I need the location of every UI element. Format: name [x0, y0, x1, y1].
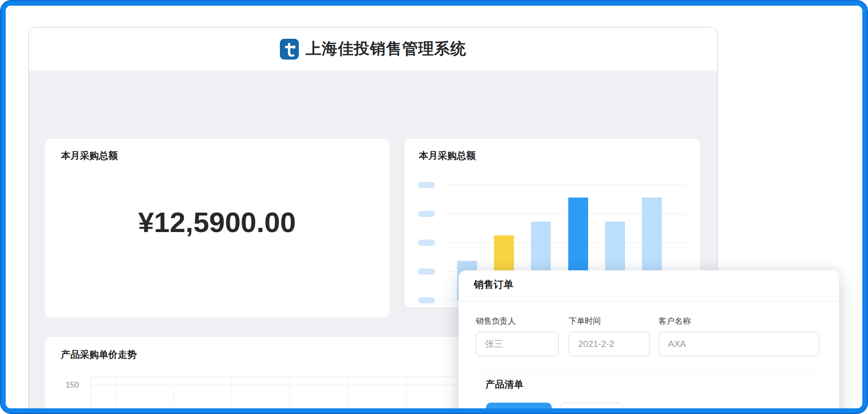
app-title: 上海佳投销售管理系统: [306, 38, 467, 60]
field-order-time: 下单时间: [569, 316, 650, 356]
field-customer-name: 客户名称: [659, 316, 819, 356]
sales-order-card: 销售订单 销售负责人 下单时间 客户名称 产品清单: [459, 270, 839, 414]
field-sales-person: 销售负责人: [476, 316, 559, 356]
app-screenshot: 上海佳投销售管理系统 本月采购总额 ¥12,5900.00 本月采购总额 产品采…: [0, 0, 868, 414]
product-list-primary-button[interactable]: [486, 403, 552, 414]
gridline: [445, 185, 687, 185]
app-logo-icon: [280, 39, 299, 60]
sales-person-input[interactable]: [476, 332, 559, 356]
order-time-input[interactable]: [569, 332, 650, 356]
sales-order-title: 销售订单: [474, 278, 513, 291]
product-list-title: 产品清单: [486, 378, 523, 391]
divider: [459, 301, 839, 302]
y-axis-pill: [418, 211, 435, 217]
y-axis-pill: [418, 297, 435, 303]
order-time-label: 下单时间: [569, 316, 650, 327]
stat-card-value: ¥12,5900.00: [45, 206, 389, 239]
bar-chart-title: 本月采购总额: [419, 149, 476, 162]
product-list-secondary-button[interactable]: [560, 403, 623, 414]
stat-card-title: 本月采购总额: [61, 149, 118, 162]
stat-card-monthly-purchase-total: 本月采购总额 ¥12,5900.00: [45, 139, 389, 318]
sales-person-label: 销售负责人: [476, 316, 559, 327]
bar-chart-y-axis-placeholders: [418, 185, 435, 300]
y-axis-pill: [418, 182, 435, 188]
divider: [477, 370, 820, 371]
line-chart-title: 产品采购单价走势: [61, 348, 137, 361]
customer-name-label: 客户名称: [659, 316, 819, 327]
y-axis-pill: [418, 240, 435, 246]
customer-name-input[interactable]: [659, 332, 819, 356]
app-header: 上海佳投销售管理系统: [29, 27, 717, 71]
t-dot-logo-glyph: [280, 39, 299, 60]
y-axis-pill: [418, 268, 435, 275]
